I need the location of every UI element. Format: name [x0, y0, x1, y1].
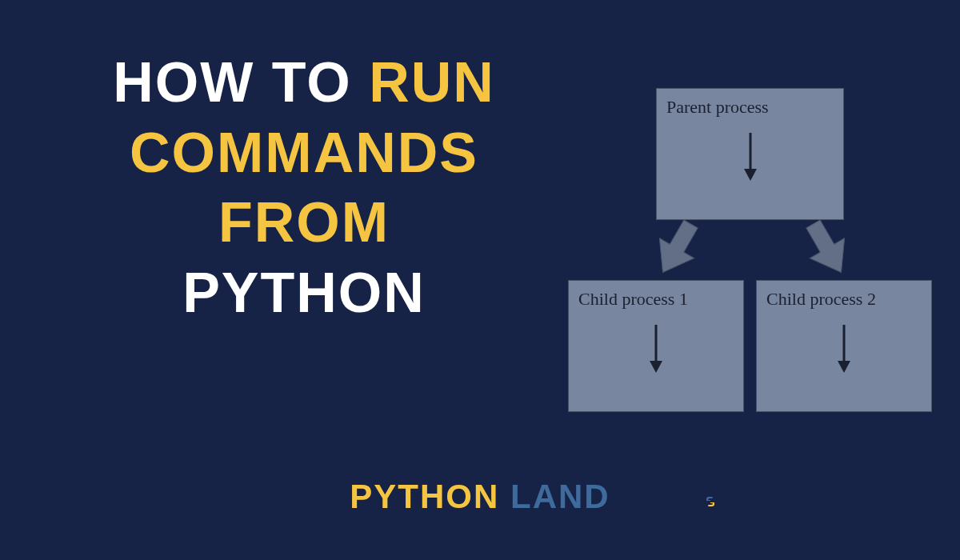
child-process-1-label: Child process 1 — [578, 289, 734, 310]
parent-process-label: Parent process — [666, 97, 834, 118]
down-arrow-icon — [836, 325, 852, 373]
down-arrow-icon — [742, 133, 758, 181]
svg-marker-7 — [838, 361, 850, 373]
process-diagram: Parent process Child process 1 Child pro… — [568, 88, 932, 412]
title-line3: FROM — [64, 188, 544, 258]
title-line2: COMMANDS — [64, 118, 544, 189]
svg-marker-5 — [650, 361, 662, 373]
svg-marker-3 — [796, 220, 858, 280]
title-line1-right: RUN — [369, 51, 495, 114]
brand-word2: LAND — [510, 478, 610, 515]
brand-word1: PYTHON — [350, 478, 499, 515]
svg-marker-2 — [646, 220, 708, 280]
title-line1-left: HOW TO — [113, 51, 369, 114]
title-line4: PYTHON — [64, 258, 544, 329]
child-process-2-box: Child process 2 — [756, 280, 932, 412]
fork-arrow-left-icon — [644, 220, 708, 280]
svg-marker-1 — [744, 169, 757, 181]
python-logo-icon — [704, 495, 717, 510]
main-title: HOW TO RUN COMMANDS FROM PYTHON — [64, 48, 544, 328]
parent-process-box: Parent process — [656, 88, 844, 220]
child-process-1-box: Child process 1 — [568, 280, 744, 412]
brand-footer: PYTHON LAND — [0, 478, 960, 516]
down-arrow-icon — [648, 325, 664, 373]
child-process-2-label: Child process 2 — [766, 289, 922, 310]
fork-arrow-right-icon — [796, 220, 860, 280]
